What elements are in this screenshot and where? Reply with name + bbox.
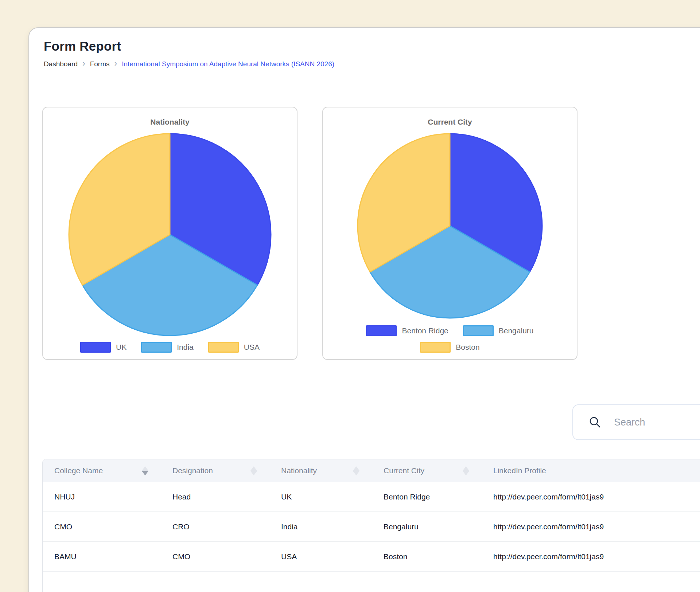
legend-swatch [463,325,494,336]
legend-label: Benton Ridge [402,326,448,335]
search-box[interactable] [572,404,700,440]
legend-label: USA [244,343,260,352]
table-row[interactable]: BAMU CMO USA Boston http://dev.peer.com/… [43,542,700,572]
legend-swatch [208,342,239,353]
cell-linkedin-profile: http://dev.peer.com/form/lt01jas9 [493,522,700,531]
column-header-college-name[interactable]: College Name [43,466,172,475]
cell-linkedin-profile: http://dev.peer.com/form/lt01jas9 [493,552,700,561]
legend-item[interactable]: India [141,342,194,353]
report-card: Form Report Dashboard › Forms › Internat… [28,27,700,592]
search-icon [588,416,602,429]
sort-icon[interactable] [142,466,148,475]
legend-item[interactable]: Bengaluru [463,325,534,336]
legend-label: UK [116,343,127,352]
sort-icon[interactable] [353,466,359,475]
cell-designation: Head [172,493,281,501]
legend-label: Bengaluru [499,326,534,335]
breadcrumb: Dashboard › Forms › International Sympos… [44,59,334,69]
cell-college-name: NHUJ [43,493,172,501]
column-header-nationality[interactable]: Nationality [281,466,384,475]
breadcrumb-dashboard[interactable]: Dashboard [44,60,78,68]
chart-legend: Benton Ridge Bengaluru Boston [347,325,553,353]
chart-title: Current City [428,118,472,126]
legend-item[interactable]: UK [80,342,127,353]
breadcrumb-separator-icon: › [82,59,85,69]
nationality-chart-card: Nationality UK India USA [42,107,298,360]
sort-icon[interactable] [250,466,257,475]
legend-item[interactable]: Boston [420,342,479,353]
breadcrumb-forms[interactable]: Forms [90,60,110,68]
chart-legend: UK India USA [80,342,260,353]
table-header-row: College Name Designation Nationality Cur… [43,459,700,482]
form-responses-table: College Name Designation Nationality Cur… [42,459,700,592]
table-body: NHUJ Head UK Benton Ridge http://dev.pee… [43,482,700,572]
cell-college-name: CMO [43,522,172,531]
sort-icon[interactable] [463,466,469,475]
column-header-current-city[interactable]: Current City [384,466,493,475]
cell-college-name: BAMU [43,552,172,561]
search-input[interactable] [613,416,700,428]
cell-nationality: UK [281,493,384,501]
breadcrumb-separator-icon: › [114,59,117,69]
chart-title: Nationality [150,118,189,126]
current-city-pie-chart[interactable] [356,132,544,319]
page-title: Form Report [44,39,334,54]
cell-current-city: Benton Ridge [384,493,493,501]
cell-nationality: India [281,522,384,531]
cell-designation: CMO [172,552,281,561]
cell-current-city: Boston [384,552,493,561]
legend-swatch [80,342,111,353]
legend-item[interactable]: USA [208,342,260,353]
current-city-chart-card: Current City Benton Ridge Bengaluru Bost… [322,107,578,360]
cell-designation: CRO [172,522,281,531]
legend-label: India [177,343,194,352]
column-header-linkedin-profile[interactable]: LinkedIn Profile [493,466,700,475]
table-row[interactable]: NHUJ Head UK Benton Ridge http://dev.pee… [43,482,700,512]
legend-swatch [366,325,397,336]
cell-current-city: Bengaluru [384,522,493,531]
breadcrumb-form-name[interactable]: International Symposium on Adaptive Neur… [122,60,334,68]
cell-linkedin-profile: http://dev.peer.com/form/lt01jas9 [493,493,700,501]
legend-item[interactable]: Benton Ridge [366,325,448,336]
table-row[interactable]: CMO CRO India Bengaluru http://dev.peer.… [43,512,700,542]
legend-label: Boston [456,343,479,352]
cell-nationality: USA [281,552,384,561]
legend-swatch [420,342,451,353]
legend-swatch [141,342,172,353]
column-header-designation[interactable]: Designation [172,466,281,475]
nationality-pie-chart[interactable] [67,132,272,337]
charts-row: Nationality UK India USA Current City Be… [42,107,578,360]
report-header: Form Report Dashboard › Forms › Internat… [44,39,334,69]
